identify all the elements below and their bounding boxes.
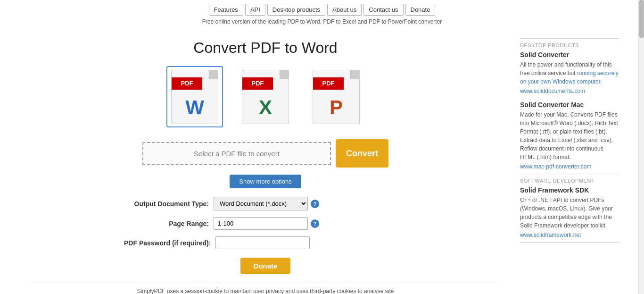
nav-features[interactable]: Features [209, 4, 243, 16]
sidebar-desktop-section-title: Desktop Products [520, 42, 619, 48]
pdf-banner-word: PDF [172, 77, 202, 90]
sidebar-bottom-divider [520, 242, 619, 243]
sidebar-solid-converter-mac-link[interactable]: www.mac-pdf-converter.com [520, 163, 591, 170]
sidebar-solid-converter-mac-title: Solid Converter Mac [520, 101, 619, 109]
show-more-button[interactable]: Show more options [230, 175, 301, 188]
donate-button-main[interactable]: Donate [240, 258, 291, 274]
convert-row: Select a PDF file to convert Convert [30, 139, 501, 168]
output-type-help-icon[interactable]: ? [311, 200, 319, 208]
nav-api[interactable]: API [245, 4, 265, 16]
sidebar-solid-converter-mac: Solid Converter Mac Made for your Mac. C… [520, 101, 619, 170]
sidebar-sdk-desc: C++ or .NET API to convert PDFs (Windows… [520, 196, 619, 230]
sidebar: Desktop Products Solid Converter All the… [511, 30, 624, 294]
pdf-banner-ppt: PDF [313, 77, 344, 90]
scrollbar-thumb[interactable] [639, 0, 644, 38]
page-title: Convert PDF to Word [30, 39, 501, 57]
sidebar-solid-converter-title: Solid Converter [520, 51, 619, 59]
sidebar-solid-framework-sdk: Solid Framework SDK C++ or .NET API to c… [520, 186, 619, 238]
nav-donate[interactable]: Donate [405, 4, 436, 16]
password-row: PDF Password (if required): [124, 236, 407, 249]
output-type-select[interactable]: Word Document (*.docx) Rich Text Format … [214, 197, 308, 210]
password-label: PDF Password (if required): [124, 239, 211, 247]
password-input[interactable] [215, 236, 310, 249]
output-type-label: Output Document Type: [124, 200, 209, 208]
excel-logo-icon: X [259, 96, 272, 119]
page-range-help-icon[interactable]: ? [311, 219, 319, 228]
sidebar-solid-converter-running-link: running securely on your own Windows com… [520, 70, 619, 85]
page-range-label: Page Range: [124, 220, 209, 227]
nav-bar: Features API Desktop products About us C… [0, 0, 644, 17]
options-form: Output Document Type: Word Document (*.d… [124, 197, 407, 249]
page-range-row: Page Range: ? [124, 217, 407, 230]
sidebar-solid-converter-desc: All the power and functionality of this … [520, 60, 619, 86]
nav-desktop[interactable]: Desktop products [267, 4, 325, 16]
word-logo-icon: W [185, 96, 204, 119]
main-content: Convert PDF to Word PDF W PDF X PDF [20, 30, 511, 294]
password-control [215, 236, 310, 249]
sidebar-sdk-title: Solid Framework SDK [520, 186, 619, 194]
format-ppt[interactable]: PDF P [308, 66, 364, 127]
format-word[interactable]: PDF W [166, 66, 223, 127]
scrollbar-track[interactable] [638, 0, 644, 294]
page-layout: Convert PDF to Word PDF W PDF X PDF [16, 30, 628, 294]
nav-about[interactable]: About us [327, 4, 362, 16]
ppt-logo-icon: P [330, 96, 343, 119]
output-type-control: Word Document (*.docx) Rich Text Format … [214, 197, 319, 210]
show-more-row: Show more options [30, 175, 501, 188]
donate-row: Donate [30, 258, 501, 274]
file-select-label: Select a PDF file to convert [194, 150, 280, 158]
pdf-banner-excel: PDF [242, 77, 273, 90]
tagline: Free online version of the leading PDF t… [0, 17, 644, 30]
page-range-control: ? [214, 217, 319, 230]
page-range-input[interactable] [214, 217, 308, 230]
sidebar-software-section-title: Software Development [520, 178, 619, 184]
sidebar-mid-divider [520, 174, 619, 174]
sidebar-solid-converter: Solid Converter All the power and functi… [520, 51, 619, 94]
footer-notice: SimplyPDF uses a session-cookie to maint… [30, 283, 501, 294]
footer-text: SimplyPDF uses a session-cookie to maint… [137, 288, 394, 294]
format-icons-row: PDF W PDF X PDF P [30, 66, 501, 127]
sidebar-solid-converter-link[interactable]: www.soliddocuments.com [520, 88, 585, 94]
sidebar-sdk-link[interactable]: www.solidframework.net [520, 232, 581, 238]
format-excel[interactable]: PDF X [237, 66, 294, 127]
file-select-area[interactable]: Select a PDF file to convert [142, 142, 331, 165]
sidebar-solid-converter-mac-desc: Made for your Mac. Converts PDF files in… [520, 110, 619, 161]
top-nav: Features API Desktop products About us C… [0, 0, 644, 30]
sidebar-top-divider [520, 38, 619, 39]
output-type-row: Output Document Type: Word Document (*.d… [124, 197, 407, 210]
convert-button[interactable]: Convert [336, 139, 388, 168]
nav-contact[interactable]: Contact us [363, 4, 403, 16]
